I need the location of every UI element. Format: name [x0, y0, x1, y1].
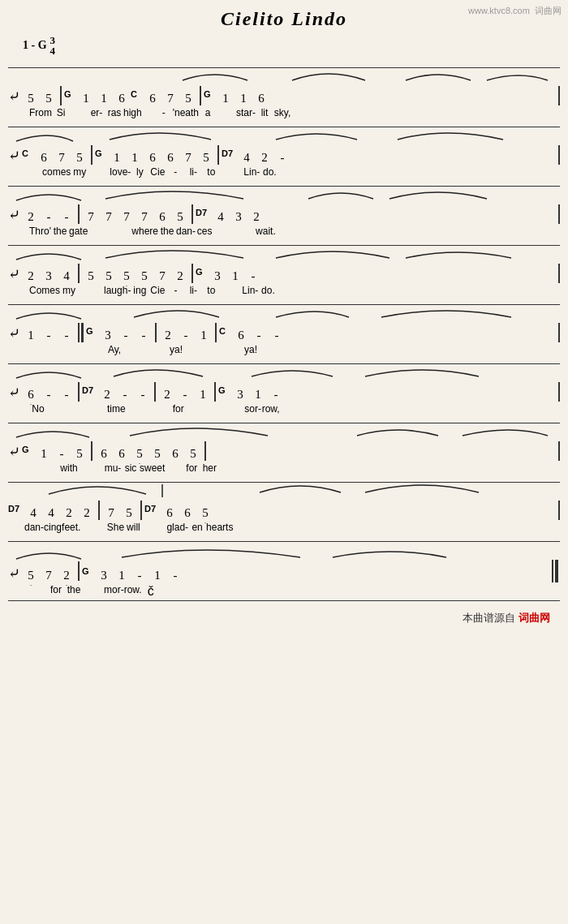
numbers-row-4: ⤶ 2 3 4 5 5 5. 5 7 2 G 3 1 -: [8, 249, 560, 285]
lyrics-row-1: From Si er- ras high - 'neath a star- li…: [8, 107, 560, 118]
n5: 6: [113, 92, 131, 105]
n1: 5: [22, 92, 40, 105]
n3: 1: [77, 92, 95, 105]
numbers-row-5: ⤶ 1 - - G 3 - - 2 - 1 C 6 - -: [8, 308, 560, 344]
music-line-2: ⤶ C 6 7 5 G 1 1 6 6 7 5 D7 4 2 - comes m…: [8, 127, 560, 179]
time-signature: 1 - G 3 4: [8, 35, 560, 64]
bar2: [200, 86, 201, 105]
music-line-5: ⤶ 1 - - G 3 - - 2 - 1 C 6 - -: [8, 304, 560, 357]
ts-label: 1 - G: [23, 39, 47, 52]
ts-stack: 3 4: [50, 35, 56, 56]
numbers-row-3: ⤶ 2 - - 7 7 7 7 6 5 D7 4 3 2: [8, 190, 560, 226]
music-line-7: ⤶ G 1 - 5 6 6 5. 5 6 5 with mu- sic: [8, 423, 560, 475]
numbers-row-2: ⤶ C 6 7 5 G 1 1 6 6 7 5 D7 4 2 -: [8, 131, 560, 166]
source-site: 词曲网: [519, 611, 550, 625]
lyrics-row-8: dan- cing feet. She will glad- en hearts: [8, 522, 560, 533]
end-bar1: [558, 86, 560, 105]
lyrics-row-6: No time for sor- row,: [8, 403, 560, 415]
music-line-8: D7 4 4 2 2 7 5 D7 6 6 5. dan- cing feet.…: [8, 482, 560, 535]
numbers-row-8: D7 4 4 2 2 7 5 D7 6 6 5.: [8, 486, 560, 522]
watermark: www.ktvc8.com 词曲网: [468, 5, 562, 17]
numbers-row-9: ⤶ 5. 7 2. G 3 1 - 1 -: [8, 545, 560, 584]
music-line-6: ⤶ 6. - - D7 2 - - 2 - 1 G 3 1 - No: [8, 363, 560, 416]
n9: 1: [217, 92, 235, 105]
lyrics-row-2: comes my love- ly Cie - li- to Lin- do.: [8, 166, 560, 178]
source-label: 本曲谱源自: [463, 611, 515, 625]
music-line-9: ⤶ 5. 7 2. G 3 1 - 1 - for the mor- row: [8, 541, 560, 601]
lyrics-row-9: for the mor- row. č: [8, 584, 560, 599]
n6: 6: [144, 92, 161, 105]
n10: 1: [235, 92, 252, 105]
numbers-row-7: ⤶ G 1 - 5 6 6 5. 5 6 5: [8, 427, 560, 462]
n2: 5: [40, 92, 58, 105]
n4: 1: [95, 92, 113, 105]
lyrics-row-3: Thro' the gate where the dan- ces wait.: [8, 226, 560, 237]
lyrics-row-7: with mu- sic sweet for her: [8, 462, 560, 474]
lyrics-row-4: Comes my laugh- ing Cie - li- to Lin- do…: [8, 285, 560, 296]
music-line-3: ⤶ 2 - - 7 7 7 7 6 5 D7 4 3 2 Thro' the g…: [8, 186, 560, 239]
bar1: [60, 86, 62, 105]
source-line: 本曲谱源自 词曲网: [8, 608, 560, 630]
numbers-row-1: ⤶ 5 5 G 1 1 6 C 6 7 5 G 1 1 6: [8, 71, 560, 107]
score-container: 1 - G 3 4 ⤶ 5 5 G 1 1 6 C 6: [0, 35, 568, 630]
n11: 6: [252, 92, 270, 105]
lyrics-row-5: Ay, ya! ya!: [8, 344, 560, 355]
n8: 5: [179, 92, 197, 105]
n7: 7: [161, 92, 179, 105]
music-line-1: ⤶ 5 5 G 1 1 6 C 6 7 5 G 1 1 6 From Si er…: [8, 67, 560, 120]
numbers-row-6: ⤶ 6. - - D7 2 - - 2 - 1 G 3 1 -: [8, 367, 560, 403]
music-line-4: ⤶ 2 3 4 5 5 5. 5 7 2 G 3 1 - Comes my la…: [8, 245, 560, 298]
